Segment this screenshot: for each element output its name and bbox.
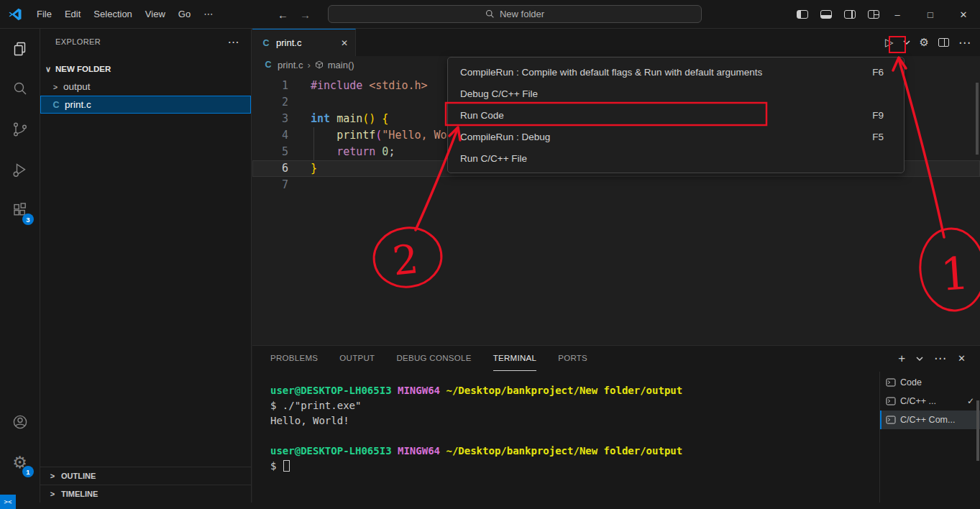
account-icon[interactable]: [0, 402, 40, 442]
menu-bar: File Edit Selection View Go ⋯: [30, 0, 219, 29]
back-icon[interactable]: ←: [278, 9, 288, 21]
close-tab-icon[interactable]: ✕: [341, 38, 348, 48]
run-menu-item[interactable]: Run C/C++ File: [448, 147, 904, 169]
terminal-list-scrollbar[interactable]: [976, 400, 979, 461]
toggle-secondary-sidebar-icon[interactable]: [844, 10, 856, 19]
c-file-icon: C: [263, 60, 273, 70]
source-control-icon[interactable]: [0, 109, 40, 150]
outline-label: OUTLINE: [61, 472, 96, 480]
terminal-output[interactable]: user@DESKTOP-LH065I3 MINGW64 ~/Desktop/b…: [270, 383, 876, 500]
bottom-panel: PROBLEMS OUTPUT DEBUG CONSOLE TERMINAL P…: [252, 345, 980, 503]
extensions-badge: 3: [22, 214, 34, 225]
search-sidebar-icon[interactable]: [0, 69, 40, 109]
settings-badge: 1: [22, 466, 34, 477]
menu-more-icon[interactable]: ⋯: [197, 5, 219, 24]
timeline-section[interactable]: > TIMELINE: [40, 485, 251, 503]
terminal-line: $: [270, 459, 876, 474]
terminal-line: [270, 428, 876, 444]
maximize-button[interactable]: □: [914, 0, 947, 29]
remote-indicator[interactable]: ><: [0, 495, 16, 509]
status-bar: [0, 503, 980, 509]
run-dropdown-chevron-icon[interactable]: [903, 40, 910, 45]
explorer-icon[interactable]: [0, 29, 40, 69]
terminal-line: user@DESKTOP-LH065I3 MINGW64 ~/Desktop/b…: [270, 444, 876, 459]
file-label: print.c: [65, 99, 91, 110]
run-debug-icon[interactable]: [0, 150, 40, 190]
extensions-icon[interactable]: 3: [0, 190, 40, 230]
menu-item-label: Run C/C++ File: [460, 153, 527, 164]
c-file-icon: C: [261, 38, 271, 48]
terminal-line: $ ./"print.exe": [270, 398, 876, 413]
menu-selection[interactable]: Selection: [87, 5, 138, 24]
split-editor-icon[interactable]: [938, 38, 949, 47]
timeline-label: TIMELINE: [61, 490, 98, 498]
tab-ports[interactable]: PORTS: [558, 346, 587, 371]
forward-icon[interactable]: →: [300, 9, 311, 21]
menu-edit[interactable]: Edit: [58, 5, 87, 24]
terminal-profile-chevron-icon[interactable]: [916, 356, 923, 362]
tab-print-c[interactable]: C print.c ✕: [252, 29, 356, 56]
explorer-more-actions-icon[interactable]: ⋯: [228, 35, 239, 49]
menu-item-label: CompileRun : Debug: [460, 132, 550, 142]
menu-file[interactable]: File: [30, 5, 58, 24]
command-center-search[interactable]: New folder: [328, 5, 702, 23]
breadcrumb-file[interactable]: print.c: [278, 60, 303, 70]
chevron-right-icon: >: [48, 490, 57, 498]
search-icon: [485, 9, 495, 19]
close-panel-icon[interactable]: ✕: [958, 353, 966, 364]
breadcrumb-symbol[interactable]: main(): [328, 60, 354, 70]
run-menu-item[interactable]: CompileRun : DebugF5: [448, 126, 904, 147]
editor-scrollbar[interactable]: [976, 83, 979, 155]
run-menu-item[interactable]: CompileRun : Compile with default flags …: [448, 61, 904, 83]
run-menu-item[interactable]: Debug C/C++ File: [448, 83, 904, 104]
chevron-right-icon: >: [48, 472, 57, 480]
toggle-panel-icon[interactable]: [820, 10, 832, 19]
tree-item-output[interactable]: > output: [40, 78, 251, 96]
terminal-icon: [886, 377, 896, 388]
menu-item-label: Run Code: [460, 110, 504, 121]
checkmark-icon: ✓: [967, 396, 974, 406]
minimize-button[interactable]: –: [881, 0, 914, 29]
settings-gear-icon[interactable]: ⚙ 1: [0, 442, 40, 482]
tab-terminal[interactable]: TERMINAL: [493, 346, 537, 371]
editor-actions: ▷ ⚙ ⋯: [885, 29, 971, 56]
outline-section[interactable]: > OUTLINE: [40, 467, 251, 485]
symbol-method-icon: [315, 60, 324, 69]
panel-actions: + ⋯ ✕: [898, 346, 966, 371]
toggle-sidebar-icon[interactable]: [797, 10, 808, 19]
terminal-name: C/C++ ...: [900, 396, 936, 406]
editor-tab-bar: C print.c ✕ ▷ ⚙ ⋯: [252, 29, 980, 56]
tree-item-print-c[interactable]: C print.c: [40, 96, 251, 114]
panel-more-actions-icon[interactable]: ⋯: [934, 351, 947, 366]
new-terminal-icon[interactable]: +: [898, 352, 905, 366]
terminal-icon: [886, 396, 896, 406]
menu-view[interactable]: View: [139, 5, 172, 24]
menu-go[interactable]: Go: [172, 5, 197, 24]
run-menu-item[interactable]: Run CodeF9: [448, 104, 904, 126]
code-text: int main() {: [288, 111, 388, 127]
terminal-list-item-cpp[interactable]: C/C++ ... ✓: [880, 392, 980, 411]
close-button[interactable]: ✕: [947, 0, 980, 29]
workspace-folder-header[interactable]: ∨ NEW FOLDER: [40, 60, 251, 78]
customize-layout-icon[interactable]: [868, 10, 879, 19]
command-center-label: New folder: [500, 9, 544, 19]
terminal-list-item-code[interactable]: Code: [880, 373, 980, 392]
tab-problems[interactable]: PROBLEMS: [270, 346, 318, 371]
run-code-button[interactable]: ▷: [885, 36, 894, 49]
folder-label: output: [63, 81, 91, 92]
c-file-icon: C: [51, 100, 61, 110]
run-options-dropdown: CompileRun : Compile with default flags …: [447, 57, 905, 173]
line-number: 3: [252, 111, 288, 127]
menu-item-label: Debug C/C++ File: [460, 88, 538, 99]
layout-controls: [797, 0, 879, 29]
settings-gear-icon[interactable]: ⚙: [920, 36, 929, 49]
activity-bar-bottom: ⚙ 1: [0, 402, 40, 482]
tab-output[interactable]: OUTPUT: [339, 346, 375, 371]
line-number: 5: [252, 144, 288, 160]
line-number: 7: [252, 177, 288, 193]
code-text: [288, 177, 311, 193]
terminal-list-item-cpp-compile[interactable]: C/C++ Com...: [880, 411, 980, 429]
more-actions-icon[interactable]: ⋯: [958, 35, 971, 50]
tab-debug-console[interactable]: DEBUG CONSOLE: [396, 346, 471, 371]
terminal-instance-list: Code C/C++ ... ✓ C/C++ Com...: [879, 372, 980, 503]
